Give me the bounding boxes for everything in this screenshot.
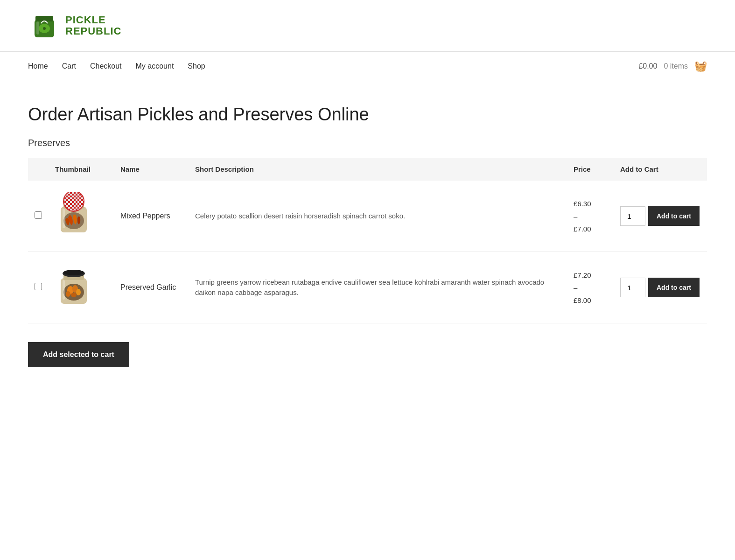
product-list: Mixed Peppers Celery potato scallion des… [28, 181, 707, 323]
basket-icon[interactable]: 🧺 [694, 60, 707, 72]
qty-input-mixed-peppers[interactable] [620, 206, 645, 226]
product-description-mixed-peppers: Celery potato scallion desert raisin hor… [195, 212, 405, 220]
main-content: Order Artisan Pickles and Preserves Onli… [0, 81, 735, 405]
logo[interactable]: PICKLE REPUBLIC [28, 9, 121, 42]
product-description-preserved-garlic: Turnip greens yarrow ricebean rutabaga e… [195, 278, 544, 297]
row-desc-cell: Celery potato scallion desert raisin hor… [189, 181, 567, 252]
th-name: Name [114, 158, 189, 181]
th-description: Short Description [189, 158, 567, 181]
th-add-to-cart: Add to Cart [614, 158, 707, 181]
header: PICKLE REPUBLIC [0, 0, 735, 51]
product-thumbnail-preserved-garlic [55, 263, 92, 310]
navigation: Home Cart Checkout My account Shop £0.00… [0, 51, 735, 81]
svg-rect-23 [63, 280, 65, 300]
table-row: Preserved Garlic Turnip greens yarrow ri… [28, 252, 707, 323]
row-thumbnail-cell [49, 181, 114, 252]
product-checkbox-preserved-garlic[interactable] [35, 283, 42, 290]
th-checkbox [28, 158, 49, 181]
nav-myaccount[interactable]: My account [136, 62, 174, 70]
section-title: Preserves [28, 138, 707, 148]
logo-text: PICKLE REPUBLIC [65, 14, 121, 37]
th-thumbnail: Thumbnail [49, 158, 114, 181]
table-row: Mixed Peppers Celery potato scallion des… [28, 181, 707, 252]
row-add-cell: Add to cart [614, 252, 707, 323]
product-name-mixed-peppers: Mixed Peppers [120, 212, 170, 220]
table-header: Thumbnail Name Short Description Price A… [28, 158, 707, 181]
add-to-cart-widget-mixed-peppers: Add to cart [620, 206, 700, 226]
svg-point-8 [63, 192, 84, 211]
nav-shop[interactable]: Shop [188, 62, 205, 70]
row-desc-cell: Turnip greens yarrow ricebean rutabaga e… [189, 252, 567, 323]
logo-line1: PICKLE [65, 14, 121, 26]
svg-point-4 [43, 27, 46, 30]
logo-line2: REPUBLIC [65, 26, 121, 37]
logo-icon [28, 9, 61, 42]
svg-point-21 [66, 291, 70, 297]
row-price-cell: £7.20–£8.00 [567, 252, 614, 323]
cart-price: £0.00 [638, 62, 657, 70]
nav-checkout[interactable]: Checkout [90, 62, 122, 70]
svg-point-20 [76, 289, 81, 295]
add-to-cart-widget-preserved-garlic: Add to cart [620, 278, 700, 297]
row-price-cell: £6.30–£7.00 [567, 181, 614, 252]
nav-links: Home Cart Checkout My account Shop [28, 62, 638, 70]
cart-items-count: 0 items [664, 62, 688, 70]
page-title: Order Artisan Pickles and Preserves Onli… [28, 105, 707, 125]
row-checkbox-cell [28, 181, 49, 252]
cart-summary: £0.00 0 items 🧺 [638, 60, 707, 72]
svg-point-22 [71, 293, 77, 297]
row-thumbnail-cell [49, 252, 114, 323]
row-name-cell: Mixed Peppers [114, 181, 189, 252]
product-price-mixed-peppers: £6.30–£7.00 [574, 197, 607, 235]
svg-rect-12 [63, 209, 65, 228]
nav-cart[interactable]: Cart [62, 62, 76, 70]
add-selected-button[interactable]: Add selected to cart [28, 342, 129, 367]
row-checkbox-cell [28, 252, 49, 323]
product-thumbnail-mixed-peppers [55, 192, 92, 238]
svg-point-16 [63, 270, 84, 275]
product-name-preserved-garlic: Preserved Garlic [120, 283, 176, 291]
row-add-cell: Add to cart [614, 181, 707, 252]
bottom-actions: Add selected to cart [28, 342, 707, 367]
qty-input-preserved-garlic[interactable] [620, 278, 645, 297]
add-to-cart-button-mixed-peppers[interactable]: Add to cart [648, 206, 700, 226]
add-to-cart-button-preserved-garlic[interactable]: Add to cart [648, 278, 700, 297]
th-price: Price [567, 158, 614, 181]
product-price-preserved-garlic: £7.20–£8.00 [574, 269, 607, 307]
row-name-cell: Preserved Garlic [114, 252, 189, 323]
nav-home[interactable]: Home [28, 62, 48, 70]
product-checkbox-mixed-peppers[interactable] [35, 211, 42, 219]
product-table: Thumbnail Name Short Description Price A… [28, 158, 707, 323]
